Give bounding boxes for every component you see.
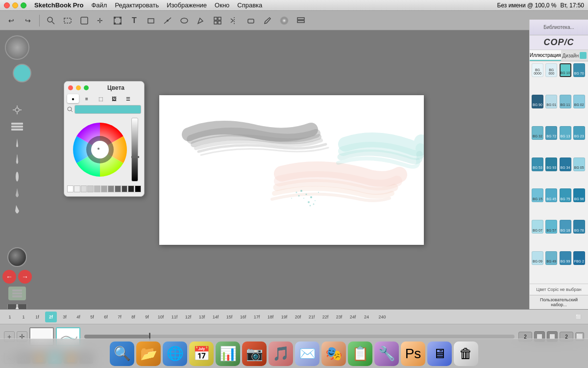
dock-7[interactable]: 🎵 [269, 342, 293, 366]
ellipse-button[interactable] [177, 13, 192, 28]
copic-color-20[interactable]: BG 07 [532, 220, 543, 234]
copic-color-7[interactable]: BG 02 [573, 95, 585, 108]
brush-tool-button[interactable] [260, 13, 275, 28]
color-tab-custom[interactable]: ☰ [122, 94, 134, 103]
ruler-button[interactable] [160, 13, 175, 28]
frame-10[interactable]: 9f [141, 312, 153, 322]
copic-color-14[interactable]: BG 34 [560, 158, 571, 171]
color-picker-button[interactable] [277, 13, 292, 28]
lasso-button[interactable] [77, 13, 92, 28]
undo-button[interactable] [4, 13, 19, 28]
frame-3[interactable]: 2f [45, 312, 57, 322]
swatch-5[interactable] [101, 185, 107, 192]
frame-9[interactable]: 8f [127, 312, 139, 322]
copic-color-16[interactable]: BG 15 [532, 188, 543, 202]
tool-layers-panel[interactable] [7, 119, 27, 134]
frame-1[interactable]: 1 [18, 312, 29, 322]
dock-4[interactable]: 📅 [189, 342, 214, 366]
menu-image[interactable]: Изображение [167, 1, 207, 9]
frame-6[interactable]: 5f [86, 312, 98, 322]
swatch-1[interactable] [74, 185, 80, 192]
color-tab-image[interactable]: 🖼 [108, 94, 120, 103]
copic-color-26[interactable]: BG 99 [560, 251, 571, 265]
select-rect-button[interactable] [60, 13, 75, 28]
dock-photoshop[interactable]: Ps [401, 342, 425, 366]
brush-1[interactable] [7, 135, 27, 151]
copic-color-9[interactable]: BG 72 [545, 126, 557, 140]
dock-3[interactable]: 🌐 [163, 342, 187, 366]
swatch-2[interactable] [81, 185, 87, 192]
frame-24[interactable]: 23f [333, 312, 345, 322]
dock-finder[interactable]: 🔍 [110, 342, 134, 366]
copic-color-1[interactable]: BG 000 [545, 63, 557, 77]
menu-help[interactable]: Справка [237, 1, 262, 9]
frame-8[interactable]: 7f [114, 312, 125, 322]
menu-edit[interactable]: Редактировать [115, 1, 159, 9]
minimize-button[interactable] [12, 2, 18, 8]
brush-3[interactable] [7, 169, 27, 184]
copic-color-24[interactable]: BG 09 [532, 251, 543, 265]
frame-13[interactable]: 12f [182, 312, 194, 322]
copic-color-6[interactable]: BG 11 [560, 95, 571, 108]
dock-10[interactable]: 📋 [348, 342, 372, 366]
frame-14[interactable]: 13f [196, 312, 208, 322]
copic-color-8[interactable]: BG 32 [532, 126, 543, 140]
frame-5[interactable]: 4f [73, 312, 84, 322]
frame-16[interactable]: 15f [223, 312, 235, 322]
frame-4[interactable]: 3f [59, 312, 71, 322]
swatch-4[interactable] [94, 185, 100, 192]
frame-20[interactable]: 19f [278, 312, 290, 322]
copic-color-17[interactable]: BG 45 [545, 188, 557, 202]
copic-color-4[interactable]: BG 90 [532, 95, 543, 108]
crop-button[interactable] [144, 13, 158, 28]
frame-22[interactable]: 21f [306, 312, 318, 322]
swatch-8[interactable] [122, 185, 128, 192]
frame-11[interactable]: 10f [155, 312, 167, 322]
copic-color-5[interactable]: BG 01 [545, 95, 557, 108]
copic-custom-set[interactable]: Пользовательский набор... [530, 295, 588, 309]
brush-2[interactable] [7, 152, 27, 168]
dialog-maximize[interactable] [84, 85, 89, 90]
swatch-6[interactable] [108, 185, 114, 192]
timeline-expand[interactable]: ⬜ [572, 312, 584, 322]
color-search-input[interactable] [74, 105, 141, 114]
symmetry-button[interactable] [227, 13, 242, 28]
timeline-scrubber[interactable] [84, 335, 514, 339]
dialog-minimize[interactable] [76, 85, 81, 90]
copic-color-27[interactable]: FBG 2 [573, 251, 585, 265]
secondary-color-circle[interactable] [13, 64, 31, 82]
frame-23[interactable]: 22f [319, 312, 331, 322]
dock-trash[interactable]: 🗑 [454, 342, 478, 366]
copic-color-11[interactable]: BG 23 [573, 126, 585, 140]
close-button[interactable] [4, 2, 10, 8]
dock-6[interactable]: 📷 [242, 342, 267, 366]
forward-arrow[interactable]: → [18, 270, 32, 284]
brightness-slider[interactable] [131, 118, 138, 182]
color-tab-palette[interactable]: ⬚ [95, 94, 106, 103]
grid-button[interactable] [210, 13, 225, 28]
redo-button[interactable] [21, 13, 35, 28]
layer-icon[interactable] [8, 287, 26, 300]
frame-end[interactable]: 24 [361, 312, 372, 322]
copic-color-12[interactable]: BG 53 [532, 158, 543, 171]
text-button[interactable]: T [127, 13, 142, 28]
copic-color-23[interactable]: BG 78 [573, 220, 585, 234]
copic-color-15[interactable]: BG 05 [573, 158, 585, 171]
copic-color-10[interactable]: BG 13 [560, 126, 571, 140]
color-wheel-small[interactable] [7, 247, 27, 267]
frame-2[interactable]: 1f [31, 312, 43, 322]
dock-9[interactable]: 🎭 [321, 342, 346, 366]
move-button[interactable]: ✛ [94, 13, 108, 28]
dock-11[interactable]: 🔧 [374, 342, 399, 366]
back-arrow[interactable]: ← [2, 270, 16, 284]
layers-button[interactable] [294, 13, 308, 28]
dialog-close[interactable] [68, 85, 73, 90]
color-wheel[interactable] [71, 120, 129, 179]
frame-18[interactable]: 17f [251, 312, 263, 322]
frame-17[interactable]: 16f [237, 312, 249, 322]
copic-color-3[interactable]: BG 70 [573, 63, 585, 77]
swatch-9[interactable] [128, 185, 134, 192]
swatch-3[interactable] [87, 185, 94, 192]
frame-12[interactable]: 11f [169, 312, 180, 322]
brush-4[interactable] [7, 185, 27, 201]
